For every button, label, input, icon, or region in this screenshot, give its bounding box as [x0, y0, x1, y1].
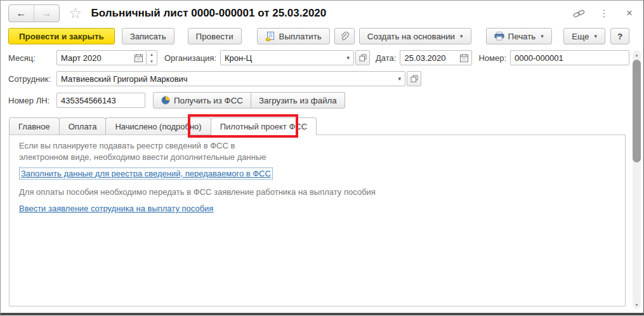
back-arrow-icon: ← [16, 8, 27, 19]
more-menu-icon[interactable]: ⋮ [598, 7, 610, 20]
chevron-down-icon: ▾ [460, 33, 463, 39]
close-icon[interactable]: × [623, 7, 636, 20]
tab-label: Оплата [69, 122, 97, 131]
form-row-month-org-date-number: Месяц: ▲ ▼ Организация: ▾ [1, 50, 643, 65]
get-from-fss-label: Получить из ФСС [174, 96, 243, 105]
pay-document-coins-icon [265, 32, 275, 41]
get-from-fss-button[interactable]: Получить из ФСС [153, 92, 251, 109]
app-window: ← → ☆ Больничный лист 0000-000001 от 25.… [0, 0, 644, 315]
number-input[interactable] [511, 51, 629, 64]
ln-number-field [56, 93, 145, 108]
organization-label: Организация: [164, 53, 216, 63]
tab-label: Пилотный проект ФСС [220, 122, 307, 131]
month-field [56, 50, 147, 65]
tab-oplata[interactable]: Оплата [59, 117, 107, 135]
print-button[interactable]: Печать ▾ [486, 28, 552, 44]
organization-input[interactable] [221, 51, 343, 64]
forward-button[interactable]: → [34, 5, 59, 22]
date-input[interactable] [400, 51, 459, 64]
chevron-down-icon: ▾ [594, 33, 597, 39]
favorite-star-icon[interactable]: ☆ [69, 6, 82, 21]
calendar-icon[interactable] [133, 51, 146, 65]
save-label: Записать [130, 32, 166, 41]
date-field [400, 50, 472, 65]
vertical-scrollbar[interactable]: ▲ ▼ [633, 50, 641, 309]
tab-label: Начислено (подробно) [115, 122, 201, 131]
fss-button-group: Получить из ФСС Загрузить из файла [153, 92, 345, 109]
title-bar: ← → ☆ Больничный лист 0000-000001 от 25.… [1, 1, 643, 26]
ln-number-label: Номер ЛН: [8, 96, 56, 105]
forward-arrow-icon: → [42, 8, 52, 19]
stepper-up-icon[interactable]: ▲ [147, 51, 157, 58]
open-form-icon [411, 75, 418, 82]
more-actions-label: Еще [572, 32, 589, 41]
month-input[interactable] [57, 51, 133, 64]
paperclip-icon [339, 32, 349, 41]
pay-button[interactable]: Выплатить [257, 28, 330, 44]
create-based-on-button[interactable]: Создать на основании ▾ [359, 28, 471, 44]
printer-icon [494, 32, 504, 41]
ln-number-input[interactable] [57, 94, 145, 107]
help-label: ? [617, 32, 622, 41]
load-from-file-button[interactable]: Загрузить из файла [251, 92, 345, 109]
month-stepper[interactable]: ▲ ▼ [147, 50, 157, 65]
toolbar: Провести и закрыть Записать Провести Вып… [1, 26, 643, 50]
tab-nachisleno[interactable]: Начислено (подробно) [105, 117, 211, 135]
back-button[interactable]: ← [9, 5, 34, 22]
chevron-down-icon: ▾ [541, 33, 544, 39]
load-from-file-label: Загрузить из файла [259, 96, 337, 105]
tab-bar: Главное Оплата Начислено (подробно) Пило… [9, 117, 643, 135]
employee-label: Сотрудник: [8, 74, 56, 84]
pay-label: Выплатить [279, 32, 322, 41]
open-form-icon [359, 54, 367, 62]
tab-label: Главное [18, 122, 50, 131]
tab-pilotny-proekt-fss[interactable]: Пилотный проект ФСС [211, 117, 317, 135]
post-button[interactable]: Провести [188, 28, 242, 44]
link-icon[interactable] [572, 7, 585, 20]
benefit-info-text: Для оплаты пособия необходимо передать в… [19, 187, 615, 198]
form-row-ln-number: Номер ЛН: Получить из ФСС Загрузить из ф… [1, 92, 643, 109]
organization-open-button[interactable] [355, 50, 370, 65]
chain-link-glyph [573, 8, 585, 19]
organization-field: ▾ [220, 50, 354, 65]
number-field [510, 50, 629, 65]
employee-dropdown-icon[interactable]: ▾ [394, 72, 405, 86]
post-and-close-button[interactable]: Провести и закрыть [8, 28, 115, 44]
attachments-button[interactable] [334, 28, 355, 44]
number-label: Номер: [478, 53, 506, 63]
organization-dropdown-icon[interactable]: ▾ [343, 51, 354, 65]
scrollbar-thumb[interactable] [633, 60, 641, 162]
save-button[interactable]: Записать [122, 28, 174, 44]
page-title: Больничный лист 0000-000001 от 25.03.202… [91, 7, 327, 20]
tab-glavnoe[interactable]: Главное [9, 117, 60, 135]
employee-open-button[interactable] [407, 71, 421, 86]
enter-application-link[interactable]: Ввести заявление сотрудника на выплату п… [19, 204, 213, 213]
fill-registry-link[interactable]: Заполнить данные для реестра сведений, п… [19, 168, 273, 180]
create-based-on-label: Создать на основании [367, 32, 455, 41]
help-button[interactable]: ? [610, 28, 629, 44]
month-label: Месяц: [8, 53, 56, 63]
form-row-employee: Сотрудник: ▾ [1, 71, 643, 86]
date-label: Дата: [376, 53, 396, 63]
history-nav: ← → [8, 4, 60, 22]
employee-input[interactable] [57, 72, 394, 85]
employee-field: ▾ [56, 71, 405, 86]
fss-info-text: Если вы планируете подавать реестр сведе… [19, 140, 615, 163]
web-service-globe-icon [161, 96, 170, 105]
scroll-up-icon[interactable]: ▲ [633, 50, 641, 59]
stepper-down-icon[interactable]: ▼ [147, 58, 157, 65]
fss-tab-panel: Если вы планируете подавать реестр сведе… [9, 135, 626, 306]
calendar-icon[interactable] [459, 51, 471, 65]
scroll-down-icon[interactable]: ▼ [633, 300, 641, 309]
more-actions-button[interactable]: Еще ▾ [563, 28, 605, 44]
post-label: Провести [196, 32, 233, 41]
print-label: Печать [508, 32, 536, 41]
post-and-close-label: Провести и закрыть [19, 32, 104, 41]
